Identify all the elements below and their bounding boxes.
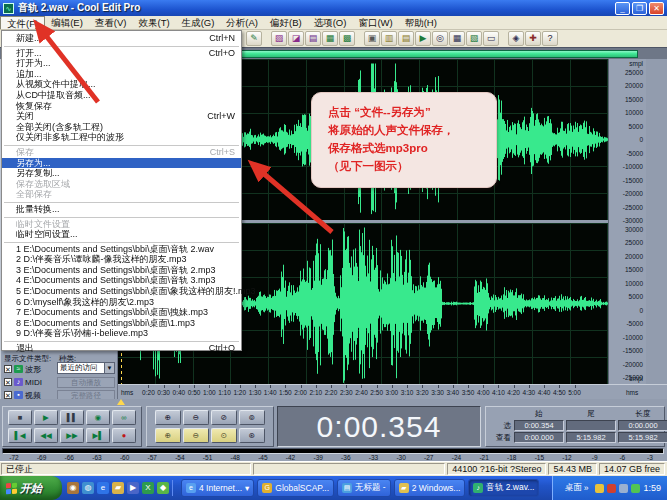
zoom-out-button[interactable]: ⊖: [183, 410, 209, 425]
desktop-toolbar[interactable]: 桌面 »: [561, 482, 593, 494]
file-menu-item-14[interactable]: 另存为...: [2, 158, 241, 169]
quicklaunch-globe-icon[interactable]: ◍: [82, 482, 94, 494]
file-menu-item-29[interactable]: 6 D:\myself\象我这样的朋友\2.mp3: [2, 297, 241, 308]
settings-icon[interactable]: ◈: [508, 31, 524, 46]
file-menu-item-11[interactable]: 仅关闭非多轨工程中的波形: [2, 132, 241, 143]
file-menu-item-6[interactable]: 从视频文件中提取...: [2, 79, 241, 90]
file-menu-item-28[interactable]: 5 E:\Documents and Settings\bbi\桌面\象我这样的…: [2, 286, 241, 297]
file-menu-item-15[interactable]: 另存复制...: [2, 168, 241, 179]
file-menu-item-10[interactable]: 全部关闭(含多轨工程): [2, 122, 241, 133]
help-icon[interactable]: ?: [542, 31, 558, 46]
menu-item-6[interactable]: 分析(A): [220, 16, 264, 29]
file-menu-item-3[interactable]: 打开...Ctrl+O: [2, 48, 241, 59]
stop-button[interactable]: ■: [8, 410, 32, 425]
file-menu-item-19[interactable]: 批量转换...: [2, 204, 241, 215]
view-waveform-icon[interactable]: ▨: [271, 31, 287, 46]
menu-item-4[interactable]: 效果(T): [132, 16, 175, 29]
menu-item-1[interactable]: 文件(F): [0, 16, 45, 29]
file-menu-item-7[interactable]: 从CD中提取音频...: [2, 90, 241, 101]
fast-forward-button[interactable]: ▶▶: [60, 428, 84, 443]
record-button[interactable]: ●: [112, 428, 136, 443]
go-to-start-button[interactable]: ▌◀: [8, 428, 32, 443]
organizer-window-icon[interactable]: ▥: [381, 31, 397, 46]
time-window-icon[interactable]: ▦: [449, 31, 465, 46]
file-menu-item-13[interactable]: 保存Ctrl+S: [2, 147, 241, 158]
file-menu-item-21[interactable]: 临时文件设置: [2, 219, 241, 230]
file-menu-item-27[interactable]: 4 E:\Documents and Settings\bbi\桌面\音轨 3.…: [2, 275, 241, 286]
taskbar-window-button-5[interactable]: ♪音轨 2.wav...: [468, 479, 539, 497]
taskbar-window-button-3[interactable]: ▤无标题 -: [337, 479, 391, 497]
quicklaunch-ie-icon[interactable]: e: [97, 482, 109, 494]
zoom-full-button[interactable]: ⊘: [211, 410, 237, 425]
restore-button[interactable]: ❐: [632, 2, 647, 15]
view-session-icon[interactable]: ▩: [339, 31, 355, 46]
timeline-ruler[interactable]: hmshms0:200:300:400:501:001:101:201:301:…: [118, 384, 667, 399]
quicklaunch-folder-icon[interactable]: ▰: [112, 482, 124, 494]
file-menu-item-30[interactable]: 7 E:\Documents and Settings\bbi\桌面\拽妹.mp…: [2, 307, 241, 318]
file-menu-item-34[interactable]: 退出Ctrl+Q: [2, 343, 241, 354]
taskbar-window-button-1[interactable]: e4 Internet...▾: [181, 479, 254, 497]
zoom-in-vertical-button[interactable]: ⊕: [155, 428, 181, 443]
level-window-icon[interactable]: ▭: [483, 31, 499, 46]
menu-item-9[interactable]: 窗口(W): [352, 16, 398, 29]
file-menu-item-32[interactable]: 9 D:\伴奏音乐\孙楠-i-believe.mp3: [2, 328, 241, 339]
tray-volume-icon[interactable]: [619, 484, 628, 493]
file-menu-item-31[interactable]: 8 E:\Documents and Settings\bbi\桌面\1.mp3: [2, 318, 241, 329]
scripts-icon[interactable]: ✚: [525, 31, 541, 46]
zoom-out-vertical-button[interactable]: ⊖: [183, 428, 209, 443]
playback-cursor-marker[interactable]: [117, 399, 125, 405]
file-menu-item-22[interactable]: 临时空间设置...: [2, 229, 241, 240]
view-cd-project-icon[interactable]: ▦: [322, 31, 338, 46]
menu-item-10[interactable]: 帮助(H): [399, 16, 443, 29]
play-button[interactable]: ▶: [34, 410, 58, 425]
taskbar-clock[interactable]: 1:59: [643, 483, 661, 493]
file-menu-item-4[interactable]: 打开为...: [2, 58, 241, 69]
file-type-checkbox[interactable]: ✕: [4, 391, 12, 399]
file-menu-item-16[interactable]: 保存选取区域: [2, 179, 241, 190]
zoom-right-button[interactable]: ⊛: [239, 428, 265, 443]
transport-window-icon[interactable]: ▧: [466, 31, 482, 46]
menu-item-2[interactable]: 编辑(E): [45, 16, 89, 29]
device-properties-icon[interactable]: ✎: [246, 31, 262, 46]
view-spectral-icon[interactable]: ◪: [288, 31, 304, 46]
file-menu-item-24[interactable]: 1 E:\Documents and Settings\bbi\桌面\音轨 2.…: [2, 244, 241, 255]
quicklaunch-messenger-icon[interactable]: ◆: [157, 482, 169, 494]
play-looped-button[interactable]: ◉: [86, 410, 110, 425]
file-menu-item-17[interactable]: 全部保存: [2, 189, 241, 200]
quicklaunch-excel-icon[interactable]: X: [142, 482, 154, 494]
amplitude-ruler[interactable]: smpl2500020000150001000050000-5000-10000…: [608, 59, 646, 384]
file-type-checkbox[interactable]: ✕: [4, 365, 12, 373]
start-button[interactable]: 开始: [0, 476, 62, 500]
minimize-button[interactable]: _: [615, 2, 630, 15]
zoom-selection-button[interactable]: ⊚: [239, 410, 265, 425]
auto-play-button[interactable]: 自动播放: [57, 377, 115, 388]
quicklaunch-compass-icon[interactable]: ◉: [67, 482, 79, 494]
file-type-checkbox[interactable]: ✕: [4, 378, 12, 386]
file-menu-item-26[interactable]: 3 E:\Documents and Settings\bbi\桌面\音轨 2.…: [2, 265, 241, 276]
play-list-icon[interactable]: ▶: [415, 31, 431, 46]
close-button[interactable]: ✕: [649, 2, 664, 15]
loop-button[interactable]: ∞: [112, 410, 136, 425]
tray-phone-icon[interactable]: [631, 484, 640, 493]
file-menu-item-1[interactable]: 新建...Ctrl+N: [2, 33, 241, 44]
menu-item-8[interactable]: 选项(O): [308, 16, 353, 29]
taskbar-window-button-4[interactable]: ▰2 Windows...: [394, 479, 466, 497]
menu-item-5[interactable]: 生成(G): [176, 16, 221, 29]
zoom-left-button[interactable]: ⊙: [211, 428, 237, 443]
sort-select[interactable]: 最近的访问 ▼: [57, 362, 115, 374]
chevron-down-icon[interactable]: ▼: [104, 363, 114, 373]
zoom-in-button[interactable]: ⊕: [155, 410, 181, 425]
time-display[interactable]: 0:00.354: [277, 406, 481, 447]
zoom-window-icon[interactable]: ◎: [432, 31, 448, 46]
menu-item-7[interactable]: 偏好(B): [264, 16, 308, 29]
pause-button[interactable]: ▌▌: [60, 410, 84, 425]
tray-update-icon[interactable]: [607, 484, 616, 493]
go-to-end-button[interactable]: ▶▌: [86, 428, 110, 443]
view-multitrack-icon[interactable]: ▤: [305, 31, 321, 46]
level-meter[interactable]: -72-69-66-63-60-57-54-51-48-45-42-39-36-…: [0, 447, 667, 461]
cue-list-icon[interactable]: ▤: [398, 31, 414, 46]
file-menu-item-9[interactable]: 关闭Ctrl+W: [2, 111, 241, 122]
open-window-icon[interactable]: ▣: [364, 31, 380, 46]
taskbar-window-button-2[interactable]: GGlobalSCAP...: [257, 479, 334, 497]
rewind-button[interactable]: ◀◀: [34, 428, 58, 443]
